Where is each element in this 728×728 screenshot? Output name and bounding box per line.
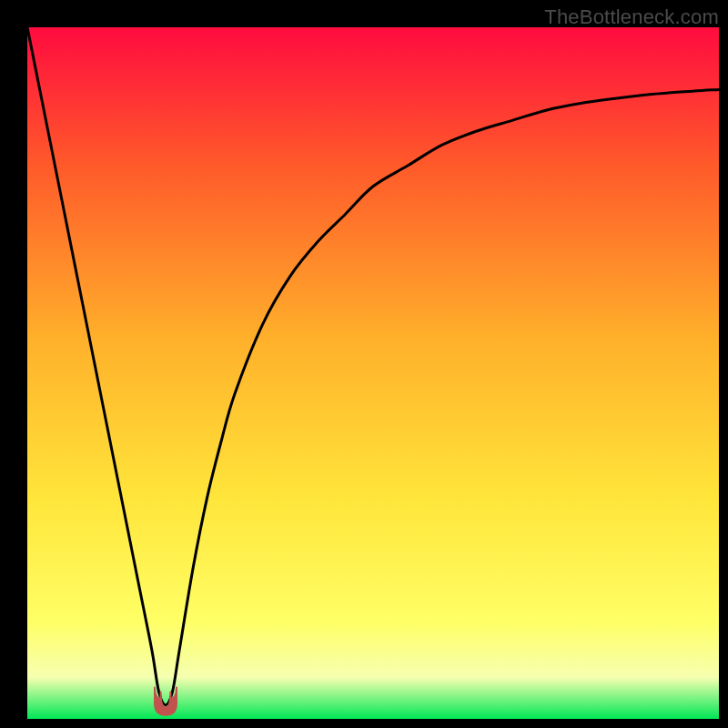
chart-frame: TheBottleneck.com <box>0 0 728 728</box>
bottleneck-chart <box>27 27 719 719</box>
gradient-background <box>27 27 719 719</box>
watermark-label: TheBottleneck.com <box>544 5 719 29</box>
plot-area <box>27 27 719 719</box>
